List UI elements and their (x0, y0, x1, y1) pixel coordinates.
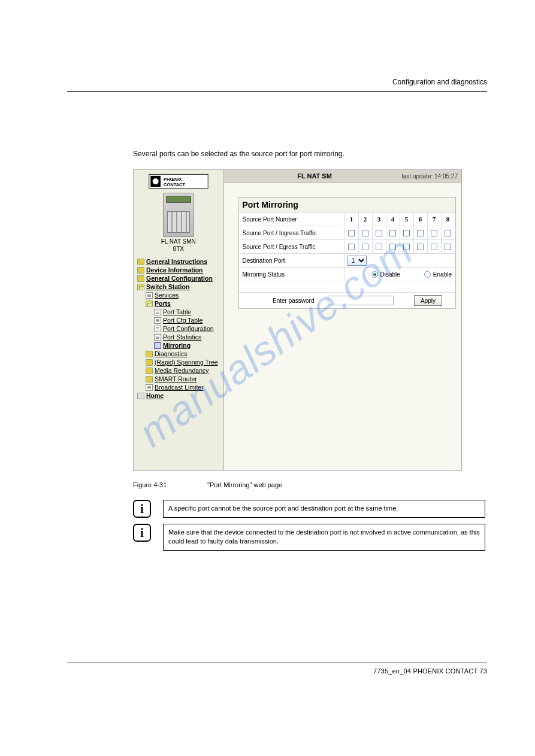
folder-closed-icon (137, 259, 144, 265)
doc-icon (146, 292, 153, 299)
footer-rule (67, 663, 487, 663)
note-1-text: A specific port cannot be the source por… (163, 500, 485, 518)
nav-tree: General InstructionsDevice InformationGe… (134, 255, 223, 405)
nav-item-diagnostics[interactable]: Diagnostics (137, 350, 221, 358)
nav-item-port-table[interactable]: Port Table (137, 308, 221, 316)
svg-text:CONTACT: CONTACT (164, 182, 186, 187)
password-input[interactable] (328, 296, 394, 305)
port-header: 3 (372, 212, 386, 226)
port-header: 4 (386, 212, 400, 226)
apply-button[interactable]: Apply (414, 295, 442, 306)
label-status: Mirroring Status (239, 268, 344, 281)
nav-item-switch-station[interactable]: Switch Station (137, 283, 221, 291)
ingress-checkbox[interactable] (431, 230, 437, 236)
title-bar-title: FL NAT SM (228, 172, 402, 180)
note-2-text: Make sure that the device connected to t… (163, 524, 485, 551)
egress-checkbox[interactable] (403, 244, 410, 250)
destination-port-select[interactable]: 1 (347, 256, 367, 266)
nav-label: General Configuration (146, 275, 213, 282)
device-image (163, 193, 194, 237)
egress-checkbox[interactable] (389, 244, 396, 250)
nav-item-device-information[interactable]: Device Information (137, 266, 221, 274)
folder-closed-icon (137, 275, 144, 282)
intro-text: Several ports can be selected as the sou… (133, 149, 485, 159)
info-icon: i (133, 500, 151, 518)
nav-label: Diagnostics (155, 350, 187, 357)
radio-icon (424, 271, 431, 278)
nav-item-home[interactable]: Home (137, 391, 221, 400)
nav-label: Mirroring (163, 342, 191, 349)
nav-label: Port Cfg Table (163, 317, 202, 324)
folder-closed-icon (146, 351, 153, 357)
page-icon (154, 342, 161, 349)
ingress-checkbox[interactable] (445, 230, 451, 236)
egress-checkbox[interactable] (417, 244, 424, 250)
nav-item--rapid-spanning-tree[interactable]: (Rapid) Spanning Tree (137, 358, 221, 366)
radio-enable[interactable]: Enable (424, 271, 452, 278)
ingress-checkbox[interactable] (389, 230, 396, 236)
port-mirroring-panel: Port Mirroring Source Port Number 1 2 3 … (238, 197, 457, 309)
label-ingress: Source Port / Ingress Traffic (239, 226, 344, 239)
doc-icon (154, 309, 161, 315)
device-label: FL NAT SMN 8TX (137, 238, 220, 255)
egress-checkbox[interactable] (362, 244, 368, 250)
row-password: Enter password Apply (239, 293, 456, 308)
egress-checkbox[interactable] (445, 244, 451, 250)
svg-point-2 (152, 178, 158, 184)
ingress-checkbox[interactable] (376, 230, 382, 236)
nav-item-media-redundancy[interactable]: Media Redundancy (137, 366, 221, 375)
ingress-checkbox[interactable] (362, 230, 368, 236)
last-update: last update: 14:05:27 (402, 173, 461, 180)
port-header: 6 (413, 212, 427, 226)
egress-checkbox[interactable] (376, 244, 382, 250)
nav-item-services[interactable]: Services (137, 291, 221, 299)
row-destination: Destination Port 1 (239, 254, 456, 268)
nav-label: Services (155, 292, 179, 299)
ingress-checkbox[interactable] (403, 230, 410, 236)
phoenix-contact-logo: PHŒNIX CONTACT (149, 174, 208, 189)
nav-label: Device Information (146, 266, 203, 274)
home-icon (137, 393, 144, 399)
figure-caption: Figure 4-31 "Port Mirroring" web page (133, 481, 282, 488)
sidebar: PHŒNIX CONTACT FL NAT SMN 8TX General In… (134, 170, 224, 470)
radio-icon (371, 271, 378, 278)
radio-disable-label: Disable (380, 271, 400, 278)
nav-label: Ports (155, 300, 171, 307)
folder-open-icon (137, 284, 144, 290)
radio-disable[interactable]: Disable (371, 271, 400, 278)
nav-item-general-instructions[interactable]: General Instructions (137, 257, 221, 266)
nav-item-port-configuration[interactable]: Port Configuration (137, 324, 221, 333)
page-footer-right: 7735_en_04 PHOENIX CONTACT 73 (373, 667, 487, 675)
logo-area: PHŒNIX CONTACT FL NAT SMN 8TX (134, 170, 223, 255)
nav-item-ports[interactable]: Ports (137, 299, 221, 308)
title-bar: FL NAT SM last update: 14:05:27 (224, 170, 462, 183)
nav-label: Home (146, 392, 164, 399)
note-2: i Make sure that the device connected to… (133, 524, 485, 551)
folder-closed-icon (146, 359, 153, 366)
nav-label: Port Statistics (163, 333, 201, 341)
port-header: 8 (441, 212, 455, 226)
nav-item-port-cfg-table[interactable]: Port Cfg Table (137, 316, 221, 324)
nav-item-smart-router[interactable]: SMART Router (137, 375, 221, 383)
folder-open-icon (146, 300, 153, 307)
folder-closed-icon (146, 368, 153, 374)
nav-label: Port Table (163, 308, 191, 315)
label-egress: Source Port / Egress Traffic (239, 240, 344, 253)
doc-icon (154, 326, 161, 332)
nav-item-mirroring[interactable]: Mirroring (137, 341, 221, 350)
egress-checkbox[interactable] (431, 244, 437, 250)
ingress-checkbox[interactable] (348, 230, 355, 236)
nav-item-broadcast-limiter[interactable]: Broadcast Limiter (137, 383, 221, 391)
header-rule (67, 91, 487, 92)
page-header-right: Configuration and diagnostics (392, 78, 487, 86)
egress-checkbox[interactable] (348, 244, 355, 250)
row-source-port-number: Source Port Number 1 2 3 4 5 6 7 8 (239, 212, 456, 226)
web-page-screenshot: PHŒNIX CONTACT FL NAT SMN 8TX General In… (133, 169, 462, 471)
row-egress: Source Port / Egress Traffic (239, 240, 456, 254)
port-header: 1 (344, 212, 358, 226)
doc-icon (146, 384, 153, 391)
folder-closed-icon (137, 267, 144, 274)
nav-item-port-statistics[interactable]: Port Statistics (137, 333, 221, 341)
ingress-checkbox[interactable] (417, 230, 424, 236)
nav-item-general-configuration[interactable]: General Configuration (137, 274, 221, 283)
